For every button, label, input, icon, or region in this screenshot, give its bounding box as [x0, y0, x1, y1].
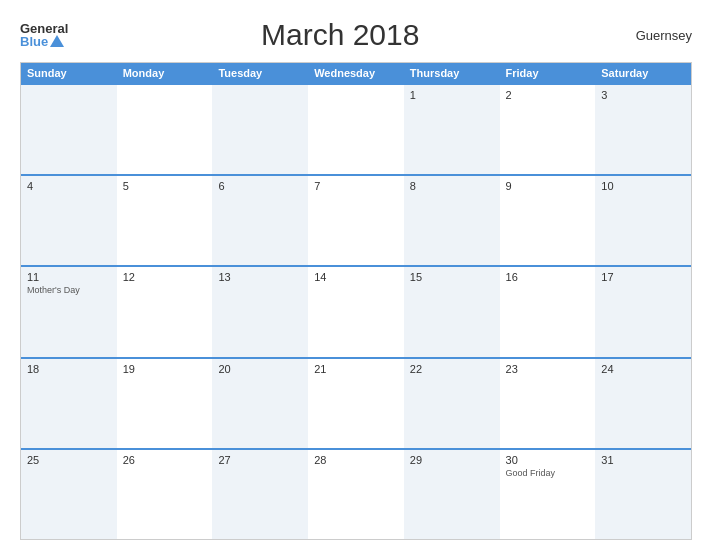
page-header: General Blue March 2018 Guernsey	[20, 18, 692, 52]
logo-blue-text: Blue	[20, 35, 68, 48]
cell-mar-17: 17	[595, 267, 691, 356]
calendar-row-5: 25 26 27 28 29 30 Good Friday 31	[21, 448, 691, 539]
cell-mar-29: 29	[404, 450, 500, 539]
calendar-row-1: 1 2 3	[21, 83, 691, 174]
cell-mar-14: 14	[308, 267, 404, 356]
cell-mar-19: 19	[117, 359, 213, 448]
cell-mar-25: 25	[21, 450, 117, 539]
cell-mar-9: 9	[500, 176, 596, 265]
cell-mar-20: 20	[212, 359, 308, 448]
col-thursday: Thursday	[404, 63, 500, 83]
cell-mar-8: 8	[404, 176, 500, 265]
calendar-row-3: 11 Mother's Day 12 13 14 15 16 17	[21, 265, 691, 356]
cell-mar-31: 31	[595, 450, 691, 539]
logo-triangle-icon	[50, 35, 64, 47]
country-label: Guernsey	[612, 28, 692, 43]
cell-mar-13: 13	[212, 267, 308, 356]
col-saturday: Saturday	[595, 63, 691, 83]
cell-empty-1	[21, 85, 117, 174]
cell-mar-18: 18	[21, 359, 117, 448]
cell-empty-4	[308, 85, 404, 174]
calendar-body: 1 2 3 4 5 6 7 8 9 10 11 Mother's Day 12	[21, 83, 691, 539]
cell-mar-3: 3	[595, 85, 691, 174]
cell-mar-7: 7	[308, 176, 404, 265]
col-monday: Monday	[117, 63, 213, 83]
calendar-header-row: Sunday Monday Tuesday Wednesday Thursday…	[21, 63, 691, 83]
col-sunday: Sunday	[21, 63, 117, 83]
cell-empty-3	[212, 85, 308, 174]
col-wednesday: Wednesday	[308, 63, 404, 83]
cell-mar-10: 10	[595, 176, 691, 265]
cell-mar-2: 2	[500, 85, 596, 174]
cell-mar-23: 23	[500, 359, 596, 448]
cell-mar-5: 5	[117, 176, 213, 265]
calendar-grid: Sunday Monday Tuesday Wednesday Thursday…	[20, 62, 692, 540]
cell-mar-27: 27	[212, 450, 308, 539]
calendar-title: March 2018	[68, 18, 612, 52]
cell-mar-22: 22	[404, 359, 500, 448]
cell-mar-26: 26	[117, 450, 213, 539]
calendar-row-4: 18 19 20 21 22 23 24	[21, 357, 691, 448]
col-friday: Friday	[500, 63, 596, 83]
cell-mar-6: 6	[212, 176, 308, 265]
cell-mar-4: 4	[21, 176, 117, 265]
cell-mar-12: 12	[117, 267, 213, 356]
calendar-row-2: 4 5 6 7 8 9 10	[21, 174, 691, 265]
cell-mar-15: 15	[404, 267, 500, 356]
cell-mar-21: 21	[308, 359, 404, 448]
logo: General Blue	[20, 22, 68, 48]
cell-mar-1: 1	[404, 85, 500, 174]
cell-mar-30: 30 Good Friday	[500, 450, 596, 539]
cell-mar-28: 28	[308, 450, 404, 539]
cell-mar-11: 11 Mother's Day	[21, 267, 117, 356]
calendar-page: General Blue March 2018 Guernsey Sunday …	[0, 0, 712, 550]
cell-mar-16: 16	[500, 267, 596, 356]
cell-empty-2	[117, 85, 213, 174]
col-tuesday: Tuesday	[212, 63, 308, 83]
cell-mar-24: 24	[595, 359, 691, 448]
